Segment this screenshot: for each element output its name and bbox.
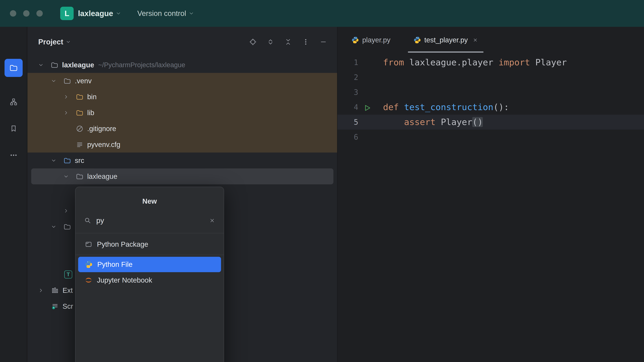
tree-label: Scr — [62, 302, 73, 310]
tree-row-lib[interactable]: lib — [28, 105, 337, 121]
project-path-hint: ~/PycharmProjects/laxleague — [98, 61, 185, 69]
more-tools-button[interactable] — [10, 151, 18, 159]
chevron-down-icon[interactable] — [50, 77, 57, 85]
tab-label: player.py — [362, 36, 390, 44]
code-line: from laxleague.player import Player — [383, 55, 644, 70]
chevron-down-icon[interactable] — [50, 157, 57, 164]
matched-braces-token: () — [472, 117, 483, 127]
pycharm-window: L laxleague Version control — [0, 0, 644, 362]
new-file-popup: New Python Package Pyt — [75, 187, 224, 362]
module-token: laxleague.player — [410, 57, 498, 67]
code-line-current: assert Player() — [383, 115, 644, 130]
project-panel-header: Project — [28, 27, 337, 57]
code-line: def test_construction(): — [383, 100, 644, 115]
chevron-right-icon[interactable] — [62, 93, 70, 100]
tree-row-laxleague-package-selected[interactable]: laxleague — [31, 168, 334, 184]
chevron-down-icon[interactable] — [62, 173, 70, 180]
chevron-down-icon[interactable] — [37, 61, 44, 69]
tab-test-player-py[interactable]: test_player.py — [406, 27, 485, 53]
tree-row-bin[interactable]: bin — [28, 89, 337, 105]
minimize-window-button[interactable] — [23, 10, 30, 16]
project-panel-title[interactable]: Project — [38, 38, 63, 46]
gutter: 1 2 3 4 5 6 — [338, 55, 358, 144]
code-line — [383, 85, 644, 100]
tree-label: .venv — [75, 77, 92, 85]
popup-item-label: Python Package — [97, 240, 148, 248]
close-window-button[interactable] — [10, 10, 16, 16]
structure-icon — [10, 98, 18, 106]
project-tool-button[interactable] — [4, 59, 23, 77]
clear-search-icon[interactable] — [209, 218, 215, 223]
version-control-menu[interactable]: Version control — [137, 9, 186, 17]
folder-icon — [76, 173, 84, 180]
chevron-down-icon — [188, 10, 194, 16]
chevron-right-icon[interactable] — [62, 109, 70, 116]
project-name-menu[interactable]: laxleague — [78, 9, 113, 18]
line-number: 4 — [338, 100, 358, 115]
test-file-icon: T — [64, 271, 72, 279]
keyword-token: import — [498, 57, 535, 67]
popup-item-python-file[interactable]: Python File — [78, 257, 221, 272]
tree-label: laxleague — [87, 172, 118, 180]
folder-icon — [76, 109, 84, 117]
title-bar: L laxleague Version control — [0, 0, 644, 27]
run-test-gutter-icon[interactable] — [363, 104, 372, 112]
bookmarks-tool-button[interactable] — [10, 124, 18, 133]
panel-options-button[interactable] — [302, 38, 310, 45]
code-area[interactable]: 1 2 3 4 5 6 from laxleague.player import… — [338, 53, 644, 362]
keyword-token: assert — [404, 117, 441, 127]
project-panel-actions — [249, 38, 327, 45]
tab-player-py[interactable]: player.py — [344, 27, 398, 53]
tab-label: test_player.py — [424, 36, 468, 44]
code-line — [383, 70, 644, 85]
tree-row-laxleague-root[interactable]: laxleague ~/PycharmProjects/laxleague — [28, 57, 337, 73]
keyword-token: from — [383, 57, 410, 67]
hide-panel-button[interactable] — [320, 38, 327, 45]
code-lines: from laxleague.player import Player def … — [383, 55, 644, 144]
libraries-icon — [51, 287, 59, 294]
tree-label: .gitignore — [87, 125, 116, 133]
locate-file-button[interactable] — [249, 38, 256, 45]
jupyter-icon — [85, 277, 92, 284]
tree-label: lib — [87, 109, 94, 117]
chevron-down-icon[interactable] — [50, 223, 57, 230]
python-package-icon — [85, 241, 92, 248]
popup-item-jupyter-notebook[interactable]: Jupyter Notebook — [76, 272, 224, 288]
close-tab-icon[interactable] — [473, 37, 478, 42]
popup-title: New — [76, 194, 224, 209]
collapse-all-button[interactable] — [284, 38, 292, 45]
editor-area: player.py test_player.py 1 2 3 — [337, 27, 644, 362]
popup-item-python-package[interactable]: Python Package — [76, 236, 224, 252]
maximize-window-button[interactable] — [36, 10, 43, 16]
scratches-icon — [51, 303, 59, 310]
tree-label: bin — [87, 93, 96, 101]
tree-row-pyvenv-cfg[interactable]: pyvenv.cfg — [28, 137, 337, 152]
chevron-spacer — [62, 125, 70, 132]
folder-icon — [64, 157, 71, 164]
popup-search-input[interactable] — [96, 216, 204, 225]
search-icon — [84, 217, 91, 224]
popup-search-row[interactable] — [76, 212, 224, 229]
more-horizontal-icon — [10, 151, 18, 159]
tree-row-venv[interactable]: .venv — [28, 73, 337, 89]
chevron-down-icon — [64, 38, 72, 45]
line-number-current: 5 — [338, 115, 358, 130]
code-line — [383, 130, 644, 144]
folder-icon — [64, 77, 71, 85]
structure-tool-button[interactable] — [10, 98, 18, 106]
tree-label: laxleague — [62, 61, 94, 69]
line-number: 3 — [338, 85, 358, 100]
chevron-spacer — [62, 141, 70, 148]
project-tree: laxleague ~/PycharmProjects/laxleague .v… — [28, 57, 337, 184]
line-number: 1 — [338, 55, 358, 70]
chevron-right-icon[interactable] — [62, 207, 70, 215]
tree-label: Ext — [62, 286, 73, 295]
tree-row-src[interactable]: src — [28, 152, 337, 168]
chevron-right-icon[interactable] — [37, 287, 44, 294]
tree-row-gitignore[interactable]: .gitignore — [28, 121, 337, 137]
project-badge[interactable]: L — [60, 7, 74, 20]
python-file-icon — [85, 261, 92, 268]
popup-item-label: Jupyter Notebook — [97, 276, 152, 284]
expand-all-button[interactable] — [267, 38, 274, 45]
line-number: 2 — [338, 70, 358, 85]
